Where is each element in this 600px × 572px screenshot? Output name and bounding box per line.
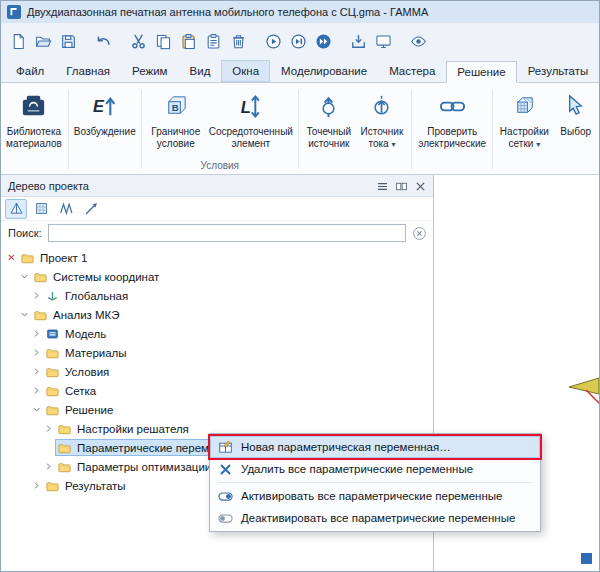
menu-tab[interactable]: Режим: [121, 60, 178, 82]
panel-list-menu-button[interactable]: [374, 177, 391, 194]
clipboard-button[interactable]: [201, 29, 226, 53]
delete-button[interactable]: [226, 29, 251, 53]
tree-item[interactable]: Системы координат: [1, 267, 433, 286]
ribbon-button-boundary-condition[interactable]: B Граничное условие: [145, 85, 207, 160]
menu-tab[interactable]: Моделирование: [270, 60, 378, 82]
menu-tab[interactable]: Результаты: [517, 60, 600, 82]
tree-item[interactable]: Модель: [1, 324, 433, 343]
ribbon-button-material-library[interactable]: Библиотека материалов: [3, 85, 65, 174]
tree-item[interactable]: Условия: [1, 362, 433, 381]
ribbon-button-current-source[interactable]: Источник тока ▾: [356, 85, 408, 174]
menu-item-label: Деактивировать все параметрические перем…: [241, 512, 515, 524]
menu-tab[interactable]: Вид: [179, 60, 222, 82]
save-button[interactable]: [56, 29, 81, 53]
new-document-button[interactable]: [6, 29, 31, 53]
panel-close-button[interactable]: [412, 177, 429, 194]
menu-tab[interactable]: Файл: [5, 60, 55, 82]
chevron-right-icon[interactable]: [29, 327, 43, 341]
menu-tab[interactable]: Мастера: [378, 60, 446, 82]
project-close-icon[interactable]: ✕: [5, 252, 18, 263]
delete-icon: [230, 33, 247, 50]
ribbon-button-selection[interactable]: Выбор: [552, 85, 599, 174]
search-input[interactable]: [48, 224, 406, 242]
paste-button[interactable]: [176, 29, 201, 53]
run-fast-button[interactable]: [311, 29, 336, 53]
context-menu-item[interactable]: Удалить все параметрические переменные: [210, 458, 540, 480]
visibility-button[interactable]: [406, 29, 431, 53]
chevron-right-icon[interactable]: [29, 365, 43, 379]
ribbon-button-excitation[interactable]: E Возбуждение: [72, 85, 138, 174]
mesh-view-button[interactable]: [55, 199, 77, 219]
menu-tab[interactable]: Решение: [446, 61, 516, 83]
tree-item[interactable]: Сетка: [1, 381, 433, 400]
chevron-right-icon[interactable]: [41, 422, 55, 436]
screen-icon: [375, 33, 392, 50]
chevron-right-icon[interactable]: [29, 289, 43, 303]
toggle-on-icon: [217, 488, 234, 504]
tree-item-content: Результаты: [43, 477, 130, 494]
svg-text:L: L: [241, 98, 251, 116]
tree-panel-header: Дерево проекта: [1, 175, 433, 197]
undo-button[interactable]: [91, 29, 116, 53]
tree-item[interactable]: Глобальная: [1, 286, 433, 305]
ribbon-button-lumped-element[interactable]: L Сосредоточенный элемент: [207, 85, 295, 160]
menu-tab[interactable]: Окна: [221, 60, 270, 82]
tree-item-content: Системы координат: [31, 268, 163, 285]
quick-access-toolbar: [1, 23, 599, 59]
chevron-down-icon[interactable]: [29, 403, 43, 417]
open-button[interactable]: [31, 29, 56, 53]
tree-item-label: Условия: [65, 366, 109, 378]
tree-item-content: Проект 1: [18, 249, 91, 266]
chevron-right-icon[interactable]: [41, 460, 55, 474]
new-document-icon: [10, 33, 27, 50]
ray-pick-button[interactable]: [80, 199, 102, 219]
toolbar-separator: [251, 29, 261, 53]
screen-button[interactable]: [371, 29, 396, 53]
ribbon-label: Библиотека материалов: [6, 126, 62, 149]
tree-item[interactable]: Материалы: [1, 343, 433, 362]
run-fast-icon: [315, 33, 332, 50]
tree-panel-title: Дерево проекта: [8, 180, 89, 192]
dropdown-caret-icon: ▾: [391, 140, 395, 149]
tree-item[interactable]: Анализ МКЭ: [1, 305, 433, 324]
search-clear-icon[interactable]: [412, 226, 427, 241]
ribbon-button-point-source[interactable]: Точечный источник: [302, 85, 356, 174]
chevron-right-icon[interactable]: [29, 384, 43, 398]
copy-button[interactable]: [151, 29, 176, 53]
tree-panel-toolbar: [1, 197, 433, 221]
cube-grid-view-button[interactable]: [30, 199, 52, 219]
tree-item[interactable]: Решение: [1, 400, 433, 419]
selection-icon: [561, 90, 590, 123]
panel-tile-windows-button[interactable]: [393, 177, 410, 194]
folder-icon: [45, 479, 61, 493]
chevron-right-icon[interactable]: [29, 479, 43, 493]
folder-icon: [45, 346, 61, 360]
cut-button[interactable]: [126, 29, 151, 53]
tree-item-label: Параметры оптимизации: [77, 461, 211, 473]
context-menu-item[interactable]: Деактивировать все параметрические перем…: [210, 507, 540, 529]
tree-item[interactable]: ✕Проект 1: [1, 248, 433, 267]
menu-item-label: Удалить все параметрические переменные: [241, 463, 473, 475]
export-button[interactable]: [346, 29, 371, 53]
run-step-button[interactable]: [286, 29, 311, 53]
context-menu-item[interactable]: Активировать все параметрические перемен…: [210, 485, 540, 507]
context-menu-item[interactable]: Новая параметрическая переменная…: [210, 436, 540, 458]
chevron-right-icon[interactable]: [29, 346, 43, 360]
axes-icon: [45, 289, 61, 303]
ribbon-button-check-electrical[interactable]: Проверить электрические: [415, 85, 489, 174]
menu-tab[interactable]: Главная: [55, 60, 121, 82]
chevron-down-icon[interactable]: [17, 270, 31, 284]
folder-icon: [57, 422, 73, 436]
excitation-icon: E: [90, 90, 119, 123]
undo-icon: [95, 33, 112, 50]
chevron-down-icon[interactable]: [17, 308, 31, 322]
ribbon-separator: [68, 90, 69, 169]
tree-item-label: Системы координат: [53, 271, 159, 283]
toolbar-separator: [336, 29, 346, 53]
toolbar-separator: [116, 29, 126, 53]
ribbon-button-mesh-settings[interactable]: Настройки сетки ▾: [496, 85, 552, 174]
run-button[interactable]: [261, 29, 286, 53]
prism-view-button[interactable]: [5, 199, 27, 219]
tree-item-label: Настройки решателя: [77, 423, 189, 435]
point-source-icon: [314, 90, 343, 123]
